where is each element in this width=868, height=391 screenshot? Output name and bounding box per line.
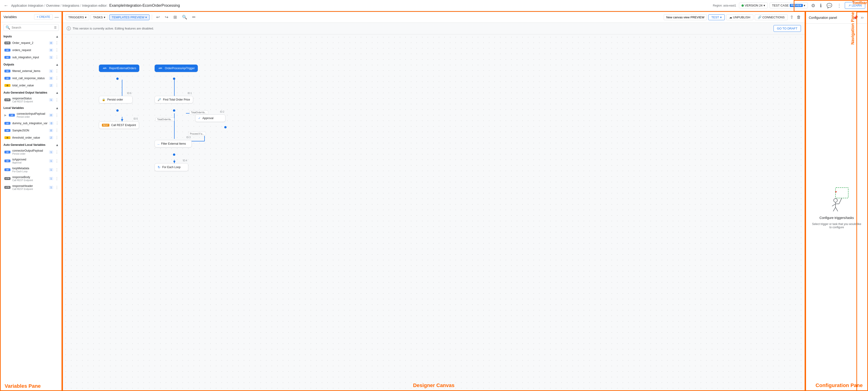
breadcrumb-integrations[interactable]: Integrations <box>62 4 80 7</box>
node-approval[interactable]: ID:2 ✓ Approval <box>195 115 225 122</box>
var-item-sample-json[interactable]: UI SampleJSON 0 ⋮ <box>1 127 62 134</box>
node-id: ID:2 <box>220 111 224 113</box>
var-menu-icon[interactable]: ⋮ <box>55 41 59 45</box>
var-menu-icon[interactable]: ⋮ <box>55 55 59 59</box>
arrange-button[interactable]: ⊞ <box>172 14 179 21</box>
var-item-col: connectorOutputPayload Persist order <box>12 149 47 155</box>
undo-button[interactable]: ↩ <box>154 14 162 21</box>
var-item-total-order-value[interactable]: D total_order_value 2 ⋮ <box>1 82 62 89</box>
var-count: 2 <box>49 136 53 139</box>
connections-button[interactable]: 🔗 CONNECTIONS <box>755 14 788 20</box>
delete-icon[interactable]: 🗑 <box>796 14 802 21</box>
variable-search-input[interactable] <box>11 26 52 29</box>
test-label: TEST <box>711 16 719 19</box>
unpublish-button[interactable]: ☁ UNPUBLISH <box>726 14 753 20</box>
collapse-pane-button[interactable]: — <box>55 14 59 20</box>
var-menu-icon[interactable]: ⋮ <box>55 98 59 102</box>
breadcrumb-overview[interactable]: Overview <box>46 4 59 7</box>
var-item-is-approved[interactable]: UI isApproved Approval 1 ⋮ <box>1 156 62 165</box>
var-item-threshold-order-value[interactable]: D threshold_order_value 2 ⋮ <box>1 134 62 141</box>
auto-output-vars-section-header[interactable]: Auto Generated Output Variables ▲ <box>1 89 62 95</box>
var-menu-icon[interactable]: ⋮ <box>55 121 59 125</box>
var-type-badge-str: STR <box>4 177 10 180</box>
test-case-chip[interactable]: TEST CASE PREVIEW ▾ <box>770 3 808 8</box>
breadcrumb: Application Integration / Overview / Int… <box>11 4 107 7</box>
info-icon[interactable]: ℹ <box>818 1 823 10</box>
var-item-response-header[interactable]: STR responseHeader Call REST Endpoint 1 … <box>1 183 62 192</box>
share-icon[interactable]: ⇧ <box>789 14 795 21</box>
edit-icon-button[interactable]: ✏ <box>190 14 197 21</box>
var-item-sub-integration-input[interactable]: UI sub_integration_input 1 ⋮ <box>1 54 62 61</box>
var-menu-icon[interactable]: ⋮ <box>55 83 59 88</box>
var-menu-icon[interactable]: ⋮ <box>55 69 59 73</box>
outputs-section-header[interactable]: Outputs ▲ <box>1 61 62 67</box>
learn-arrow-icon: ↗ <box>848 4 851 7</box>
var-item-connector-output-payload[interactable]: UI connectorOutputPayload Persist order … <box>1 148 62 156</box>
connector-dot-filter-bottom <box>173 153 175 156</box>
node-label: Find Total Order Price <box>163 98 190 101</box>
var-item-connector-input-payload[interactable]: ▶ UI connectorInputPayload Persist order… <box>1 111 62 120</box>
var-item-response-body[interactable]: STR responseBody Call REST Endpoint 1 ⋮ <box>1 174 62 183</box>
connector-dot-report <box>116 78 119 80</box>
connector-dot-find-bottom <box>173 109 175 112</box>
settings-icon[interactable]: ⚙ <box>810 1 817 10</box>
var-name: connectorInputPayload <box>17 112 47 115</box>
test-button[interactable]: TEST ▾ <box>708 14 724 20</box>
tasks-button[interactable]: TASKS ▾ <box>91 14 108 20</box>
version-chip[interactable]: VERSION 24 ▾ <box>739 3 768 8</box>
filter-icon[interactable]: ☰ <box>54 26 57 29</box>
triggers-button[interactable]: TRIGGERS ▾ <box>66 14 89 20</box>
breadcrumb-app[interactable]: Application Integration <box>11 4 43 7</box>
node-persist-order[interactable]: ID:6 🔒 Persist order <box>99 96 132 103</box>
node-filter-external-items[interactable]: ID:3 ⎵ Filter External Items <box>155 140 192 147</box>
var-item-dummy-sub[interactable]: UI dummy_sub_integration_var 0 ⋮ <box>1 120 62 127</box>
var-item-loop-metadata[interactable]: UI loopMetadata For Each Loop 1 ⋮ <box>1 165 62 174</box>
canvas-view-preview-badge: PREVIEW <box>690 16 704 19</box>
var-item-filtered-external-items[interactable]: UI filtered_external_items 1 ⋮ <box>1 67 62 74</box>
node-report-external-orders[interactable]: API ReportExternalOrders <box>99 64 139 72</box>
close-config-icon[interactable]: ›› <box>860 14 865 21</box>
var-item-col: filtered_external_items <box>12 69 47 73</box>
variables-content: Inputs ▲ STR Order_request_2 0 ⋮ UI orde… <box>1 33 62 390</box>
node-for-each-loop[interactable]: ID:4 ↻ For Each Loop <box>155 163 188 171</box>
var-menu-icon[interactable]: ⋮ <box>55 159 59 163</box>
var-menu-icon[interactable]: ⋮ <box>55 136 59 140</box>
inputs-section-title: Inputs <box>3 35 12 38</box>
canvas-view-label: New canvas view <box>666 16 689 19</box>
auto-local-vars-section-header[interactable]: Auto Generated Local Variables ▲ <box>1 141 62 148</box>
redo-button[interactable]: ↪ <box>163 14 170 21</box>
var-item-response-status[interactable]: STR responseStatus Call REST Endpoint 1 … <box>1 95 62 104</box>
canvas-area[interactable]: API ReportExternalOrders API OrderProces… <box>63 34 805 390</box>
zoom-button[interactable]: 🔍 <box>180 14 189 21</box>
var-menu-icon[interactable]: ⋮ <box>55 185 59 190</box>
test-chevron-icon: ▾ <box>720 16 722 19</box>
inputs-section-header[interactable]: Inputs ▲ <box>1 33 62 39</box>
node-find-total-order-price[interactable]: ID:1 🔎 Find Total Order Price <box>155 96 193 103</box>
var-item-orders-request[interactable]: UI orders_request 0 ⋮ <box>1 47 62 54</box>
local-vars-section-header[interactable]: Local Variables ▲ <box>1 104 62 111</box>
var-item-col: connectorInputPayload Persist order <box>17 112 47 118</box>
var-item-rest-call-response-status[interactable]: UI rest_call_response_status 0 ⋮ <box>1 74 62 82</box>
var-menu-icon[interactable]: ⋮ <box>55 177 59 181</box>
var-sub: Call REST Endpoint <box>12 179 47 182</box>
node-order-process-api-trigger[interactable]: API OrderProcessApiTrigger <box>155 64 198 72</box>
node-call-rest-endpoint[interactable]: ID:5 REST Call REST Endpoint <box>99 121 139 129</box>
var-menu-icon[interactable]: ⋮ <box>55 168 59 172</box>
canvas-view-chip[interactable]: New canvas view PREVIEW <box>664 14 707 20</box>
var-menu-icon[interactable]: ⋮ <box>55 48 59 52</box>
create-variable-button[interactable]: + CREATE <box>34 14 53 20</box>
var-menu-icon[interactable]: ⋮ <box>55 113 59 118</box>
config-panel-header: Configuration panel 📌 ›› <box>806 12 867 24</box>
more-vert-icon[interactable]: ⋮ <box>836 1 843 10</box>
node-id: ID:3 <box>186 136 191 139</box>
inputs-collapse-icon: ▲ <box>56 35 59 38</box>
back-button[interactable]: ← <box>3 2 9 9</box>
var-menu-icon[interactable]: ⋮ <box>55 128 59 132</box>
var-item-col: responseStatus Call REST Endpoint <box>12 97 47 103</box>
go-to-draft-button[interactable]: GO TO DRAFT <box>774 25 801 32</box>
templates-button[interactable]: TEMPLATES PREVIEW ▾ <box>109 14 150 20</box>
var-item-order-request-2[interactable]: STR Order_request_2 0 ⋮ <box>1 39 62 47</box>
var-menu-icon[interactable]: ⋮ <box>55 76 59 80</box>
comment-icon[interactable]: 💬 <box>825 1 834 10</box>
var-menu-icon[interactable]: ⋮ <box>55 150 59 154</box>
